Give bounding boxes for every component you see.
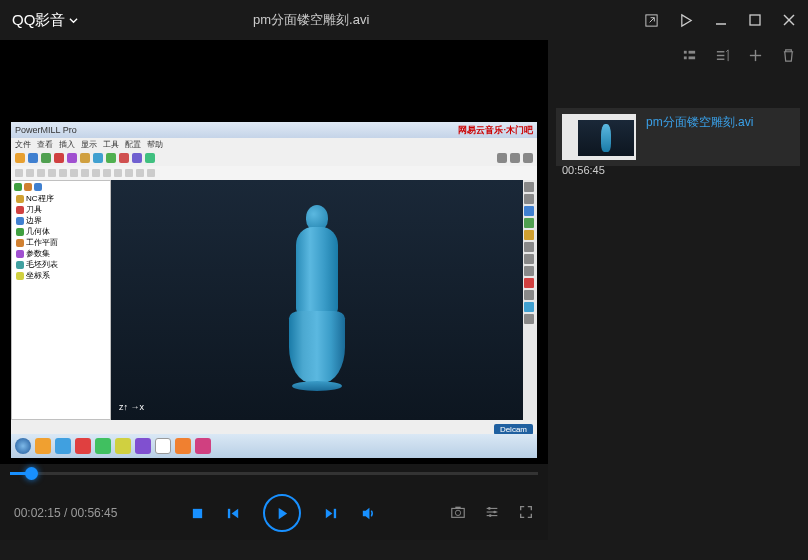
fullscreen-button[interactable] <box>518 504 534 523</box>
stop-button[interactable] <box>191 507 204 520</box>
minimize-button[interactable] <box>714 13 728 27</box>
settings-icon <box>484 504 500 520</box>
pin-icon <box>679 13 694 28</box>
tree-item: 工作平面 <box>14 237 108 248</box>
svg-rect-7 <box>684 56 687 59</box>
tree-item: 坐标系 <box>14 270 108 281</box>
playlist-delete-button[interactable] <box>781 48 796 66</box>
svg-rect-14 <box>193 508 202 517</box>
next-icon <box>323 506 338 521</box>
tree-item: 边界 <box>14 215 108 226</box>
playlist-item-name: pm分面镂空雕刻.avi <box>646 114 753 131</box>
stop-icon <box>191 507 204 520</box>
inner-tree-panel: NC程序 刀具 边界 几何体 工作平面 参数集 毛坯列表 坐标系 <box>11 180 111 420</box>
previous-button[interactable] <box>226 506 241 521</box>
snapshot-button[interactable] <box>450 504 466 523</box>
trash-icon <box>781 48 796 63</box>
maximize-icon <box>748 13 762 27</box>
sort-icon <box>715 48 730 63</box>
playlist-thumbnail: 00:56:45 <box>562 114 636 160</box>
progress-bar[interactable] <box>0 464 548 486</box>
file-title: pm分面镂空雕刻.avi <box>0 11 644 29</box>
play-button[interactable] <box>263 494 301 532</box>
video-frame-content: PowerMILL Pro 网易云音乐·木门吧 文件查看插入显示工具配置帮助 N… <box>11 122 537 458</box>
play-icon <box>274 506 289 521</box>
inner-3d-viewport: z↑ →x <box>111 180 523 420</box>
playlist-sort-button[interactable] <box>715 48 730 66</box>
svg-point-18 <box>455 510 460 515</box>
progress-thumb[interactable] <box>25 467 38 480</box>
tree-item: NC程序 <box>14 193 108 204</box>
inner-toolbar-2 <box>11 166 537 180</box>
list-icon <box>682 48 697 63</box>
svg-rect-16 <box>334 508 336 517</box>
plus-icon <box>748 48 763 63</box>
time-display: 00:02:15 / 00:56:45 <box>14 506 117 520</box>
inner-menubar: 文件查看插入显示工具配置帮助 <box>11 138 537 150</box>
svg-point-25 <box>489 514 492 517</box>
svg-rect-8 <box>689 56 696 59</box>
tree-item: 毛坯列表 <box>14 259 108 270</box>
total-time: 00:56:45 <box>71 506 118 520</box>
settings-button[interactable] <box>484 504 500 523</box>
svg-rect-15 <box>228 508 230 517</box>
close-icon <box>782 13 796 27</box>
axis-indicator: z↑ →x <box>119 402 144 412</box>
previous-icon <box>226 506 241 521</box>
pin-button[interactable] <box>679 13 694 28</box>
playlist-view-button[interactable] <box>682 48 697 66</box>
svg-rect-6 <box>689 51 696 54</box>
inner-taskbar <box>11 434 537 458</box>
tree-item: 几何体 <box>14 226 108 237</box>
statue-model <box>287 205 347 395</box>
inner-side-toolbar <box>523 180 537 420</box>
svg-point-24 <box>493 510 496 513</box>
video-viewport[interactable]: PowerMILL Pro 网易云音乐·木门吧 文件查看插入显示工具配置帮助 N… <box>0 40 548 540</box>
mini-mode-button[interactable] <box>644 13 659 28</box>
playlist-item-duration: 00:56:45 <box>562 164 605 176</box>
mini-mode-icon <box>644 13 659 28</box>
fullscreen-icon <box>518 504 534 520</box>
playlist-add-button[interactable] <box>748 48 763 66</box>
snapshot-icon <box>450 504 466 520</box>
svg-rect-2 <box>750 15 760 25</box>
inner-corner-text: 网易云音乐·木门吧 <box>458 124 533 137</box>
minimize-icon <box>714 13 728 27</box>
maximize-button[interactable] <box>748 13 762 27</box>
next-button[interactable] <box>323 506 338 521</box>
volume-button[interactable] <box>360 505 377 522</box>
playlist-item[interactable]: 00:56:45 pm分面镂空雕刻.avi <box>556 108 800 166</box>
tree-item: 参数集 <box>14 248 108 259</box>
svg-point-23 <box>488 507 491 510</box>
playlist-panel: 00:56:45 pm分面镂空雕刻.avi <box>548 40 808 540</box>
svg-rect-19 <box>455 506 460 508</box>
volume-icon <box>360 505 377 522</box>
current-time: 00:02:15 <box>14 506 61 520</box>
inner-toolbar-1 <box>11 150 537 166</box>
tree-item: 刀具 <box>14 204 108 215</box>
svg-rect-5 <box>684 51 687 54</box>
close-button[interactable] <box>782 13 796 27</box>
inner-app-title: PowerMILL Pro <box>15 125 77 135</box>
